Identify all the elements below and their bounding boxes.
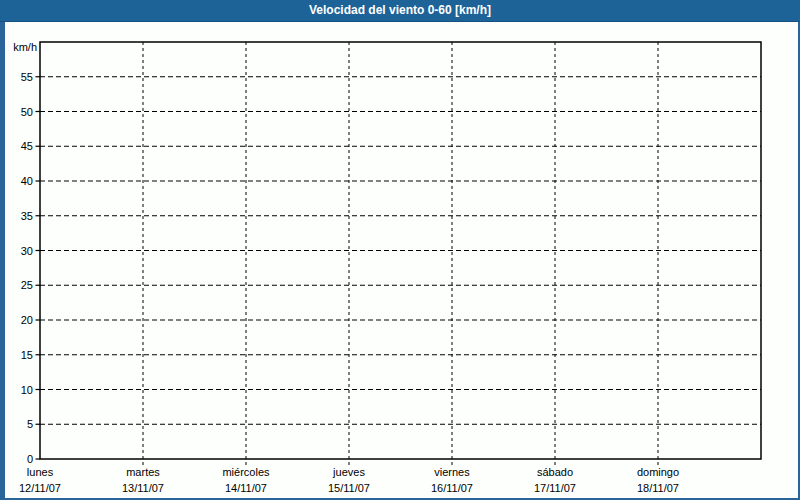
y-tick-label: 35 <box>21 210 33 222</box>
y-tick-label: 20 <box>21 314 33 326</box>
x-date-label: 15/11/07 <box>328 482 370 494</box>
x-day-label: sábado <box>537 466 573 478</box>
y-tick-label: 55 <box>21 71 33 83</box>
x-day-label: martes <box>126 466 160 478</box>
x-date-label: 16/11/07 <box>431 482 473 494</box>
x-day-label: domingo <box>637 466 679 478</box>
x-day-label: lunes <box>27 466 54 478</box>
chart-header: Velocidad del viento 0-60 [km/h] <box>0 0 800 22</box>
x-day-label: miércoles <box>222 466 270 478</box>
y-axis-labels: 0510152025303540455055 <box>21 71 40 465</box>
y-tick-label: 45 <box>21 140 33 152</box>
y-tick-label: 30 <box>21 245 33 257</box>
y-tick-label: 50 <box>21 106 33 118</box>
y-gridlines <box>40 77 761 425</box>
y-tick-label: 0 <box>27 453 33 465</box>
y-tick-label: 5 <box>27 418 33 430</box>
y-tick-label: 25 <box>21 279 33 291</box>
y-unit: km/h <box>13 41 37 53</box>
x-date-label: 18/11/07 <box>637 482 679 494</box>
y-tick-label: 40 <box>21 175 33 187</box>
x-date-label: 14/11/07 <box>225 482 267 494</box>
x-gridlines <box>143 42 658 465</box>
wind-speed-chart: 0510152025303540455055km/hlunes12/11/07m… <box>0 22 800 500</box>
x-day-label: viernes <box>434 466 470 478</box>
x-axis-labels: lunes12/11/07martes13/11/07miércoles14/1… <box>19 466 679 494</box>
y-tick-label: 15 <box>21 349 33 361</box>
y-unit-label: km/h <box>13 41 37 53</box>
x-day-label: jueves <box>332 466 365 478</box>
x-date-label: 12/11/07 <box>19 482 61 494</box>
x-date-label: 17/11/07 <box>534 482 576 494</box>
y-tick-label: 10 <box>21 384 33 396</box>
x-date-label: 13/11/07 <box>122 482 164 494</box>
chart-title: Velocidad del viento 0-60 [km/h] <box>309 3 491 17</box>
